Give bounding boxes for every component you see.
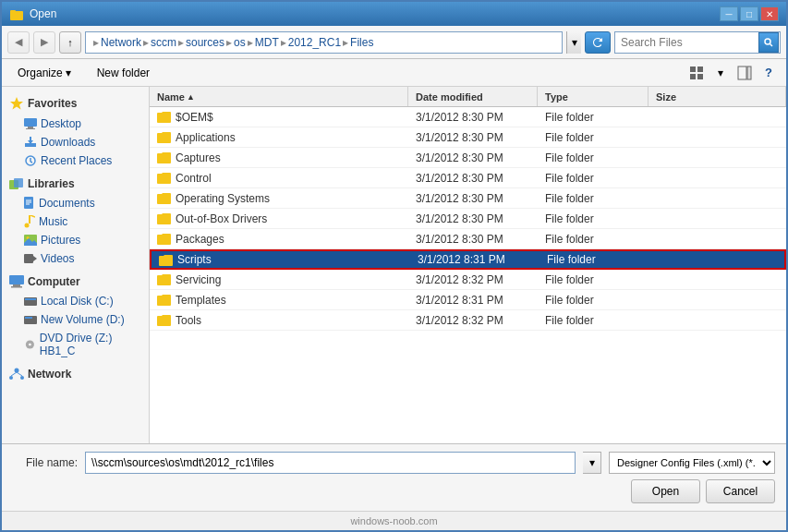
table-row[interactable]: Operating Systems 3/1/2012 8:30 PM File …	[150, 188, 786, 209]
filetype-select[interactable]: Designer Config Files (.xml) (*.x	[609, 452, 775, 474]
path-files[interactable]: Files	[350, 36, 373, 49]
disk-d-icon	[24, 314, 37, 325]
minimize-button[interactable]: ─	[720, 6, 738, 21]
column-header-size[interactable]: Size	[649, 87, 786, 106]
sidebar-item-music[interactable]: Music	[2, 212, 149, 231]
filename-dropdown-button[interactable]: ▾	[583, 452, 601, 474]
file-date-cell: 3/1/2012 8:32 PM	[408, 272, 538, 288]
svg-line-47	[11, 372, 17, 376]
svg-point-43	[29, 344, 31, 346]
table-row[interactable]: Captures 3/1/2012 8:30 PM File folder	[150, 148, 786, 168]
organize-button[interactable]: Organize ▾	[9, 64, 79, 82]
address-path[interactable]: ▸ Network ▸ sccm ▸ sources ▸ os ▸ MDT ▸ …	[85, 31, 563, 54]
preview-icon	[737, 66, 752, 80]
toolbar: Organize ▾ New folder ▾ ?	[2, 59, 786, 87]
table-row[interactable]: $OEM$ 3/1/2012 8:30 PM File folder	[150, 107, 786, 127]
table-row[interactable]: Control 3/1/2012 8:30 PM File folder	[150, 168, 786, 188]
table-row[interactable]: Applications 3/1/2012 8:30 PM File folde…	[150, 127, 786, 148]
table-row[interactable]: Scripts 3/1/2012 8:31 PM File folder	[150, 249, 786, 270]
svg-rect-6	[690, 74, 696, 79]
filename-label: File name:	[13, 456, 78, 469]
action-row: Open Cancel	[13, 479, 775, 503]
svg-point-46	[20, 376, 24, 380]
svg-line-3	[770, 43, 773, 46]
filename-input[interactable]	[85, 452, 576, 474]
table-row[interactable]: Out-of-Box Drivers 3/1/2012 8:30 PM File…	[150, 209, 786, 229]
sidebar-downloads-label: Downloads	[41, 136, 95, 149]
path-sccm[interactable]: sccm	[151, 36, 176, 49]
cancel-button[interactable]: Cancel	[706, 479, 775, 503]
up-button[interactable]: ↑	[59, 31, 81, 54]
svg-rect-8	[738, 66, 746, 79]
folder-icon	[157, 273, 172, 285]
network-header[interactable]: Network	[2, 364, 149, 384]
open-button[interactable]: Open	[631, 479, 700, 503]
sidebar-pictures-label: Pictures	[41, 234, 80, 247]
sidebar-videos-label: Videos	[41, 252, 74, 265]
path-dropdown-button[interactable]: ▾	[566, 31, 581, 54]
file-list-header: Name ▲ Date modified Type Size	[150, 87, 786, 107]
path-network[interactable]: Network	[101, 36, 141, 49]
svg-marker-34	[33, 256, 37, 261]
file-name-cell: Tools	[150, 312, 408, 329]
file-size-cell	[649, 156, 786, 160]
svg-line-29	[30, 215, 35, 217]
computer-header[interactable]: Computer	[2, 272, 149, 292]
path-sources[interactable]: sources	[186, 36, 224, 49]
column-header-name[interactable]: Name ▲	[150, 87, 408, 106]
file-date-cell: 3/1/2012 8:30 PM	[408, 231, 538, 248]
view-dropdown-button[interactable]: ▾	[710, 63, 731, 83]
file-type-cell: File folder	[538, 292, 649, 308]
column-header-date[interactable]: Date modified	[408, 87, 538, 106]
new-folder-button[interactable]: New folder	[89, 64, 158, 82]
computer-label: Computer	[28, 275, 80, 288]
sidebar-item-pictures[interactable]: Pictures	[2, 231, 149, 249]
sidebar-item-local-disk-c[interactable]: Local Disk (C:)	[2, 292, 149, 310]
sidebar-item-recent-places[interactable]: Recent Places	[2, 151, 149, 170]
sidebar-item-new-volume-d[interactable]: New Volume (D:)	[2, 310, 149, 329]
view-tiles-button[interactable]	[686, 63, 707, 83]
svg-rect-39	[25, 298, 36, 300]
watermark: windows-noob.com	[2, 511, 786, 530]
search-button[interactable]	[758, 32, 779, 53]
favorites-header[interactable]: Favorites	[2, 92, 149, 115]
sidebar-dvd-label: DVD Drive (Z:) HB1_C	[40, 332, 141, 357]
content-area: Favorites Desktop	[2, 87, 786, 443]
sidebar-documents-label: Documents	[39, 197, 95, 210]
sidebar-item-dvd-drive-z[interactable]: DVD Drive (Z:) HB1_C	[2, 329, 149, 360]
sidebar-item-videos[interactable]: Videos	[2, 249, 149, 268]
svg-rect-36	[13, 284, 20, 286]
folder-icon	[157, 111, 172, 123]
search-input[interactable]	[614, 31, 781, 54]
back-button[interactable]: ◀	[7, 31, 30, 54]
maximize-button[interactable]: □	[740, 6, 758, 21]
table-row[interactable]: Servicing 3/1/2012 8:32 PM File folder	[150, 270, 786, 290]
svg-rect-28	[29, 215, 30, 224]
path-rc1[interactable]: 2012_RC1	[288, 36, 341, 49]
close-button[interactable]: ✕	[760, 6, 779, 21]
file-size-cell	[649, 217, 786, 221]
path-mdt[interactable]: MDT	[255, 36, 279, 49]
sidebar-item-documents[interactable]: Documents	[2, 194, 149, 212]
window-title: Open	[30, 7, 56, 20]
table-row[interactable]: Packages 3/1/2012 8:30 PM File folder	[150, 229, 786, 249]
documents-icon	[24, 197, 35, 210]
svg-rect-22	[14, 178, 23, 187]
column-header-type[interactable]: Type	[538, 87, 649, 106]
svg-point-27	[25, 224, 30, 228]
table-row[interactable]: Tools 3/1/2012 8:32 PM File folder	[150, 310, 786, 331]
help-button[interactable]: ?	[758, 63, 779, 83]
table-row[interactable]: Templates 3/1/2012 8:31 PM File folder	[150, 290, 786, 310]
folder-icon	[157, 172, 172, 184]
forward-button[interactable]: ▶	[33, 31, 55, 54]
libraries-header[interactable]: Libraries	[2, 174, 149, 194]
file-date-cell: 3/1/2012 8:30 PM	[408, 109, 538, 126]
title-bar: Open ─ □ ✕	[2, 2, 786, 26]
sidebar-item-desktop[interactable]: Desktop	[2, 115, 149, 133]
refresh-button[interactable]	[585, 31, 611, 54]
file-date-cell: 3/1/2012 8:32 PM	[408, 312, 538, 329]
desktop-icon	[24, 118, 37, 129]
path-os[interactable]: os	[234, 36, 246, 49]
sidebar-item-downloads[interactable]: Downloads	[2, 133, 149, 151]
preview-pane-button[interactable]	[734, 63, 755, 83]
